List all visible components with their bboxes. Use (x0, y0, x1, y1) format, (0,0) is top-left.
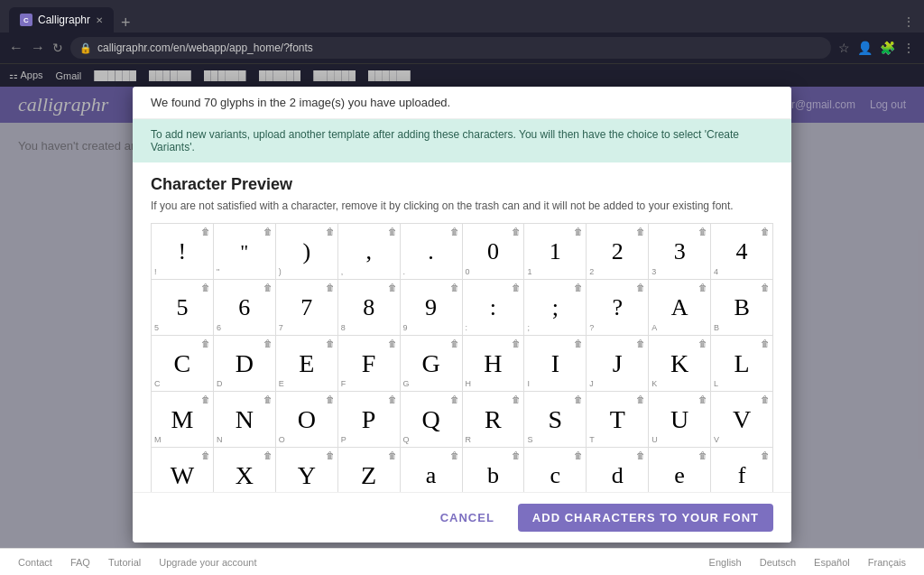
bookmark-gmail[interactable]: Gmail (56, 70, 82, 81)
trash-icon[interactable]: 🗑 (388, 283, 397, 292)
trash-icon[interactable]: 🗑 (263, 394, 273, 404)
char-label: G (403, 379, 410, 388)
footer-contact[interactable]: Contact (18, 557, 52, 568)
trash-icon[interactable]: 🗑 (698, 227, 707, 236)
char-glyph: K (670, 348, 688, 379)
trash-icon[interactable]: 🗑 (636, 227, 645, 236)
char-label: 0 (466, 267, 470, 276)
star-icon[interactable]: ☆ (838, 41, 850, 55)
trash-icon[interactable]: 🗑 (388, 339, 397, 348)
footer-upgrade[interactable]: Upgrade your account (159, 557, 256, 568)
char-cell: 🗑 Z Z (338, 448, 401, 492)
forward-button[interactable]: → (31, 40, 45, 56)
trash-icon[interactable]: 🗑 (450, 450, 459, 460)
trash-icon[interactable]: 🗑 (574, 394, 583, 404)
footer-espanol[interactable]: Español (814, 557, 850, 568)
bookmark-6[interactable]: ██████ (368, 70, 411, 81)
char-glyph: B (734, 292, 749, 323)
modal-info-banner: To add new variants, upload another temp… (133, 119, 791, 162)
trash-icon[interactable]: 🗑 (761, 227, 770, 236)
char-glyph: ! (179, 236, 187, 267)
tab-close-icon[interactable]: ✕ (96, 15, 103, 25)
footer-english[interactable]: English (709, 557, 742, 568)
browser-more-icon[interactable]: ⋮ (902, 41, 915, 55)
trash-icon[interactable]: 🗑 (761, 450, 770, 460)
char-label: 6 (217, 323, 221, 332)
trash-icon[interactable]: 🗑 (201, 394, 210, 404)
trash-icon[interactable]: 🗑 (388, 450, 397, 460)
trash-icon[interactable]: 🗑 (698, 394, 707, 404)
trash-icon[interactable]: 🗑 (263, 450, 273, 460)
trash-icon[interactable]: 🗑 (450, 283, 459, 292)
trash-icon[interactable]: 🗑 (512, 227, 521, 236)
char-glyph: R (485, 404, 502, 435)
footer-deutsch[interactable]: Deutsch (760, 557, 796, 568)
trash-icon[interactable]: 🗑 (450, 227, 459, 236)
extensions-icon[interactable]: 🧩 (880, 41, 895, 55)
char-glyph: C (174, 348, 191, 379)
trash-icon[interactable]: 🗑 (636, 394, 645, 404)
new-tab-button[interactable]: + (114, 14, 138, 32)
trash-icon[interactable]: 🗑 (698, 339, 707, 348)
trash-icon[interactable]: 🗑 (263, 283, 273, 292)
trash-icon[interactable]: 🗑 (201, 283, 210, 292)
trash-icon[interactable]: 🗑 (636, 339, 645, 348)
footer-links-left: Contact FAQ Tutorial Upgrade your accoun… (18, 557, 256, 568)
trash-icon[interactable]: 🗑 (636, 450, 645, 460)
trash-icon[interactable]: 🗑 (636, 283, 645, 292)
trash-icon[interactable]: 🗑 (574, 450, 583, 460)
char-cell: 🗑 F F (338, 336, 401, 392)
back-button[interactable]: ← (9, 40, 23, 56)
browser-profile-icon[interactable]: 👤 (857, 41, 873, 55)
bookmark-3[interactable]: ██████ (204, 70, 246, 81)
reload-button[interactable]: ↻ (52, 41, 63, 55)
address-bar[interactable]: 🔒 calligraphr.com/en/webapp/app_home/?fo… (70, 37, 831, 59)
trash-icon[interactable]: 🗑 (201, 339, 210, 348)
trash-icon[interactable]: 🗑 (761, 283, 770, 292)
trash-icon[interactable]: 🗑 (698, 450, 707, 460)
bookmark-apps[interactable]: ⚏ Apps (9, 70, 43, 81)
trash-icon[interactable]: 🗑 (388, 394, 397, 404)
trash-icon[interactable]: 🗑 (512, 339, 521, 348)
trash-icon[interactable]: 🗑 (201, 450, 210, 460)
trash-icon[interactable]: 🗑 (450, 394, 459, 404)
trash-icon[interactable]: 🗑 (326, 394, 335, 404)
trash-icon[interactable]: 🗑 (512, 450, 521, 460)
trash-icon[interactable]: 🗑 (450, 339, 459, 348)
footer-faq[interactable]: FAQ (70, 557, 90, 568)
add-characters-button[interactable]: ADD CHARACTERS TO YOUR FONT (518, 504, 773, 532)
bookmark-4[interactable]: ██████ (259, 70, 301, 81)
trash-icon[interactable]: 🗑 (574, 283, 583, 292)
trash-icon[interactable]: 🗑 (326, 339, 335, 348)
footer-tutorial[interactable]: Tutorial (108, 557, 141, 568)
footer-francais[interactable]: Français (868, 557, 906, 568)
cancel-button[interactable]: CANCEL (426, 504, 509, 532)
trash-icon[interactable]: 🗑 (761, 339, 770, 348)
tab[interactable]: C Calligraphr ✕ (9, 7, 114, 32)
char-cell: 🗑 9 9 (401, 280, 463, 336)
trash-icon[interactable]: 🗑 (326, 227, 335, 236)
bookmark-2[interactable]: ██████ (149, 70, 191, 81)
bookmark-1[interactable]: ██████ (94, 70, 136, 81)
trash-icon[interactable]: 🗑 (263, 339, 273, 348)
trash-icon[interactable]: 🗑 (512, 283, 521, 292)
char-cell: 🗑 L L (711, 336, 773, 392)
bookmark-5[interactable]: ██████ (313, 70, 356, 81)
trash-icon[interactable]: 🗑 (574, 227, 583, 236)
trash-icon[interactable]: 🗑 (574, 339, 583, 348)
trash-icon[interactable]: 🗑 (512, 394, 521, 404)
trash-icon[interactable]: 🗑 (326, 283, 335, 292)
char-cell: 🗑 7 7 (276, 280, 338, 336)
trash-icon[interactable]: 🗑 (263, 227, 273, 236)
char-label: ! (154, 267, 157, 276)
trash-icon[interactable]: 🗑 (326, 450, 335, 460)
char-cell: 🗑 0 0 (463, 224, 525, 280)
browser-menu-icon[interactable]: ⋮ (902, 14, 915, 29)
char-glyph: G (421, 348, 439, 379)
trash-icon[interactable]: 🗑 (698, 283, 707, 292)
trash-icon[interactable]: 🗑 (761, 394, 770, 404)
char-cell: 🗑 O O (276, 392, 338, 448)
trash-icon[interactable]: 🗑 (201, 227, 210, 236)
address-text: calligraphr.com/en/webapp/app_home/?font… (97, 42, 313, 54)
trash-icon[interactable]: 🗑 (388, 227, 397, 236)
